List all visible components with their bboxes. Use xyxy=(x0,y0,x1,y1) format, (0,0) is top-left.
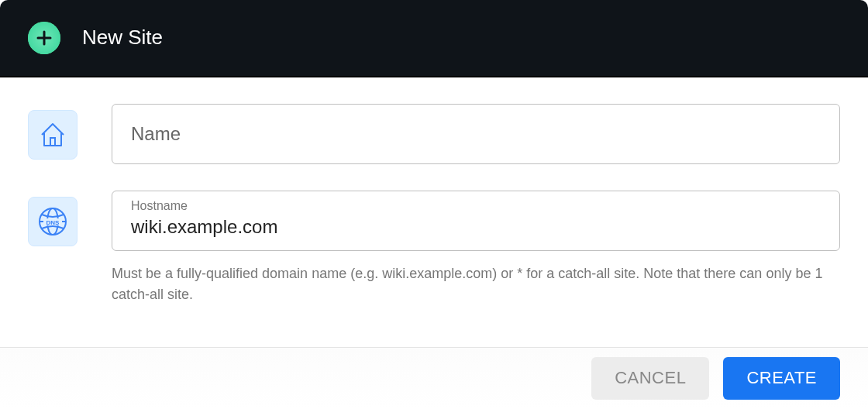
hostname-input[interactable]: Hostname wiki.example.com xyxy=(112,191,840,251)
modal-title: New Site xyxy=(82,26,163,50)
hostname-row: DNS Hostname wiki.example.com Must be a … xyxy=(28,191,840,305)
dns-icon: DNS xyxy=(28,197,78,246)
home-icon xyxy=(28,110,78,160)
modal-body: Name DNS Hostname wiki.exampl xyxy=(0,77,868,347)
name-placeholder: Name xyxy=(131,123,181,145)
hostname-value: wiki.example.com xyxy=(131,216,277,238)
modal-footer: CANCEL CREATE xyxy=(0,347,868,409)
hostname-label: Hostname xyxy=(131,199,188,213)
hostname-helper: Must be a fully-qualified domain name (e… xyxy=(112,263,840,305)
cancel-button[interactable]: CANCEL xyxy=(591,357,709,400)
name-row: Name xyxy=(28,104,840,164)
new-site-modal: New Site Name xyxy=(0,0,868,409)
svg-text:DNS: DNS xyxy=(46,218,60,225)
name-input[interactable]: Name xyxy=(112,104,840,164)
plus-icon xyxy=(28,22,60,54)
svg-rect-0 xyxy=(50,138,55,146)
create-button[interactable]: CREATE xyxy=(723,357,840,400)
modal-header: New Site xyxy=(0,0,868,77)
